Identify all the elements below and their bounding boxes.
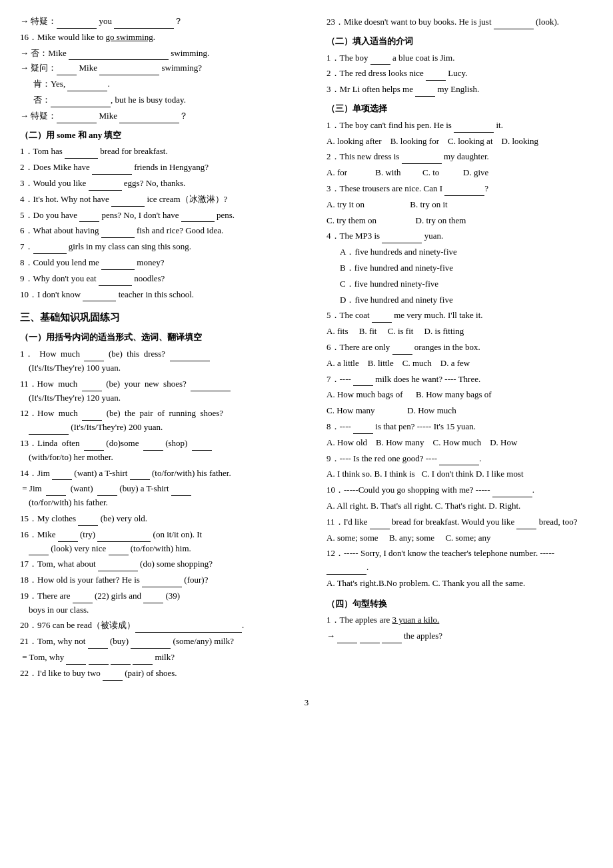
mc-8-opt: A. How old B. How many C. How much D. Ho… <box>326 436 593 450</box>
fill-11: 11．How much (be) your new shoes? (It's/I… <box>20 377 313 405</box>
mc-1-opt: A. looking after B. looking for C. looki… <box>326 135 593 149</box>
mc-2-opt: A. for B. with C. to D. give <box>326 166 593 180</box>
mc-12-q: 12．----- Sorry, I don't know the teacher… <box>326 547 593 575</box>
section3-title: 三、基础知识巩固练习 <box>20 309 313 325</box>
section-some-any-title: （二）用 some 和 any 填空 <box>20 129 313 143</box>
fill-19: 19．There are (22) girls and (39) boys in… <box>20 589 313 617</box>
mc-11-q: 11．I'd like bread for breakfast. Would y… <box>326 515 593 529</box>
arrow-neg: → 否：Mike swimming. <box>20 47 313 61</box>
arrow-special-1: → 特疑： you ？ <box>20 15 313 29</box>
some-any-4: 4．It's hot. Why not have ice cream（冰激淋）? <box>20 193 313 207</box>
mc-6-q: 6．There are only oranges in the box. <box>326 341 593 355</box>
mc-1-q: 1．The boy can't find his pen. He is it. <box>326 119 593 133</box>
mc-9-q: 9．---- Is the red one good? ---- . <box>326 452 593 466</box>
fill-20: 20．976 can be read（被读成）. <box>20 619 313 633</box>
prep-2: 2．The red dress looks nice Lucy. <box>326 67 593 81</box>
mc-3-q: 3．These trousers are nice. Can I ? <box>326 182 593 196</box>
some-any-5: 5．Do you have pens? No, I don't have pen… <box>20 209 313 223</box>
fill-17: 17．Tom, what about (do) some shopping? <box>20 557 313 571</box>
mc-3-opt1: A. try it on B. try on it <box>326 198 593 212</box>
some-any-6: 6．What about having fish and rice? Good … <box>20 224 313 238</box>
negative: 否：, but he is busy today. <box>20 93 313 107</box>
item-16: 16．Mike would like to go swimming. <box>20 31 313 45</box>
left-column: → 特疑： you ？ 16．Mike would like to go swi… <box>20 13 313 683</box>
some-any-7: 7． girls in my class can sing this song. <box>20 240 313 254</box>
fill-13: 13．Linda often (do)some (shop) (with/for… <box>20 437 313 465</box>
mc-8-q: 8．---- is that pen? ----- It's 15 yuan. <box>326 420 593 434</box>
mc-12-opt: A. That's right.B.No problem. C. Thank y… <box>326 577 593 591</box>
mc-4-optC: C．five hundred ninety-five <box>326 277 593 291</box>
mc-3-opt2: C. try them on D. try on them <box>326 214 593 228</box>
mc-4-optD: D．five hundred and ninety five <box>326 293 593 307</box>
mc-9-opt: A. I think so. B. I think is C. I don't … <box>326 467 593 481</box>
preposition-title: （二）填入适当的介词 <box>326 35 593 49</box>
prep-1: 1．The boy a blue coat is Jim. <box>326 51 593 65</box>
fill-1: 1． How much (be) this dress? (It's/Its/T… <box>20 347 313 375</box>
mc-11-opt: A. some; some B. any; some C. some; any <box>326 531 593 545</box>
mc-7-opt2: C. How many D. How much <box>326 404 593 418</box>
some-any-3: 3．Would you like eggs? No, thanks. <box>20 177 313 191</box>
right-column: 23．Mike doesn't want to buy books. He is… <box>326 13 593 683</box>
some-any-2: 2．Does Mike have friends in Hengyang? <box>20 161 313 175</box>
transform-1: 1．The apples are 3 yuan a kilo. <box>326 613 593 627</box>
page-number: 3 <box>20 696 593 710</box>
mc-4-q: 4．The MP3 is yuan. <box>326 229 593 243</box>
mc-10-q: 10．-----Could you go shopping with me? -… <box>326 483 593 497</box>
arrow-special-2: → 特疑： Mike ？ <box>20 109 313 123</box>
prep-3: 3．Mr Li often helps me my English. <box>326 83 593 97</box>
mc-5-opt: A. fits B. fit C. is fit D. is fitting <box>326 325 593 339</box>
mc-2-q: 2．This new dress is my daughter. <box>326 150 593 164</box>
item-23: 23．Mike doesn't want to buy books. He is… <box>326 15 593 29</box>
fill-15: 15．My clothes (be) very old. <box>20 512 313 526</box>
mc-5-q: 5．The coat me very much. I'll take it. <box>326 309 593 323</box>
fill-18: 18．How old is your father? He is (four)? <box>20 573 313 587</box>
transform-1-arrow: → the apples? <box>326 629 593 643</box>
fill-14b: = Jim (want) (buy) a T-shirt (to/for/wit… <box>20 482 313 510</box>
mc-7-q: 7．---- milk does he want? ---- Three. <box>326 373 593 387</box>
some-any-8: 8．Could you lend me money? <box>20 256 313 270</box>
mc-title: （三）单项选择 <box>326 102 593 116</box>
fill-16: 16．Mike (try) (on it/it on). It (look) v… <box>20 528 313 556</box>
mc-10-opt: A. All right. B. That's all right. C. Th… <box>326 499 593 513</box>
mc-4-optA: A．five hundreds and ninety-five <box>326 245 593 259</box>
some-any-9: 9．Why don't you eat noodles? <box>20 272 313 286</box>
sentence-transform-title: （四）句型转换 <box>326 597 593 611</box>
fill-22: 22．I'd like to buy two (pair) of shoes. <box>20 667 313 681</box>
some-any-1: 1．Tom has bread for breakfast. <box>20 145 313 159</box>
mc-7-opt1: A. How much bags of B. How many bags of <box>326 388 593 402</box>
fill-21b: = Tom, why milk? <box>20 651 313 665</box>
section3-sub: （一）用括号内词的适当形式、选词、翻译填空 <box>20 331 313 345</box>
some-any-10: 10．I don't know teacher in this school. <box>20 288 313 302</box>
mc-4-optB: B．five hundred and ninety-five <box>326 261 593 275</box>
fill-21a: 21．Tom, why not (buy) (some/any) milk? <box>20 635 313 649</box>
fill-12: 12．How much (be) the pair of running sho… <box>20 407 313 435</box>
fill-14a: 14．Jim (want) a T-shirt (to/for/with) hi… <box>20 467 313 481</box>
mc-6-opt: A. a little B. little C. much D. a few <box>326 357 593 371</box>
affirmative: 肯：Yes, . <box>20 77 313 91</box>
arrow-question: → 疑问： Mike swimming? <box>20 61 313 75</box>
